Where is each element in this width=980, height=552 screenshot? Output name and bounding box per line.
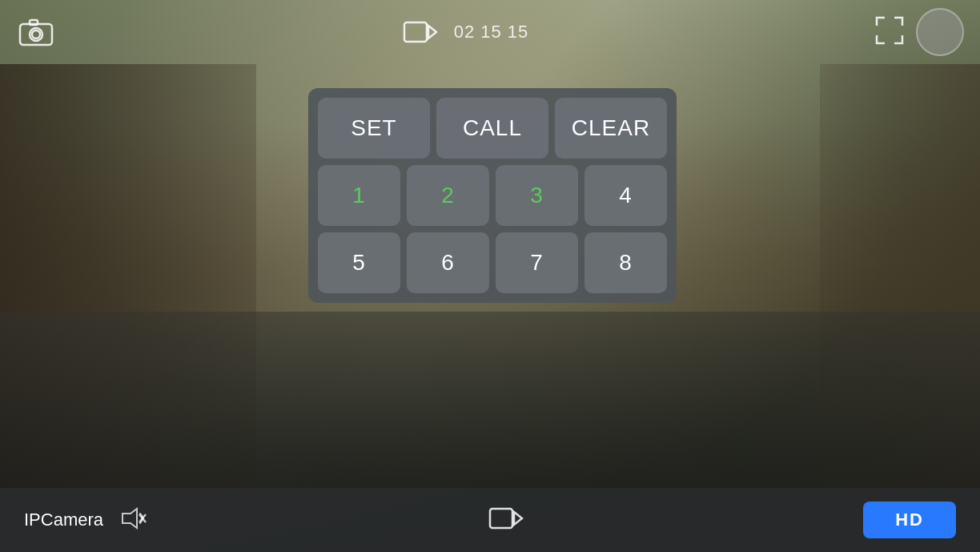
record-button[interactable] [403, 18, 438, 46]
keypad-numeric-grid: 1 2 3 4 5 6 7 8 [318, 165, 667, 293]
key-7[interactable]: 7 [496, 232, 578, 293]
top-bar: 02 15 15 [0, 0, 980, 64]
key-1[interactable]: 1 [318, 165, 400, 226]
top-bar-right [875, 8, 964, 56]
key-2[interactable]: 2 [407, 165, 489, 226]
floor-decoration [0, 312, 980, 488]
bottom-bar-left: IPCamera [24, 504, 148, 536]
svg-point-2 [32, 30, 40, 38]
svg-rect-10 [490, 509, 512, 528]
app-title-label: IPCamera [24, 510, 103, 530]
clear-button[interactable]: CLEAR [555, 98, 667, 159]
video-record-button[interactable] [488, 504, 524, 536]
bottom-bar: IPCamera HD [0, 488, 980, 552]
key-5[interactable]: 5 [318, 232, 400, 293]
call-button[interactable]: CALL [436, 98, 548, 159]
key-8[interactable]: 8 [584, 232, 667, 293]
ptz-control[interactable] [916, 8, 964, 56]
bottom-bar-center [488, 504, 524, 536]
svg-rect-4 [404, 22, 427, 42]
hd-quality-button[interactable]: HD [863, 502, 956, 538]
svg-marker-11 [514, 512, 522, 525]
key-4[interactable]: 4 [584, 165, 667, 226]
key-3[interactable]: 3 [496, 165, 578, 226]
volume-button[interactable] [119, 504, 148, 536]
timestamp-display: 02 15 15 [454, 22, 529, 42]
camera-snapshot-icon[interactable] [16, 16, 56, 48]
bottom-bar-right: HD [863, 502, 956, 538]
key-6[interactable]: 6 [407, 232, 489, 293]
keypad-panel: SET CALL CLEAR 1 2 3 4 5 6 7 8 [308, 88, 677, 303]
svg-rect-3 [30, 20, 38, 25]
set-button[interactable]: SET [318, 98, 430, 159]
fullscreen-button[interactable] [875, 16, 904, 48]
svg-marker-5 [428, 26, 436, 38]
svg-marker-6 [122, 509, 137, 528]
top-bar-center: 02 15 15 [403, 18, 529, 46]
top-bar-left [16, 16, 56, 48]
keypad-top-row: SET CALL CLEAR [318, 98, 667, 159]
